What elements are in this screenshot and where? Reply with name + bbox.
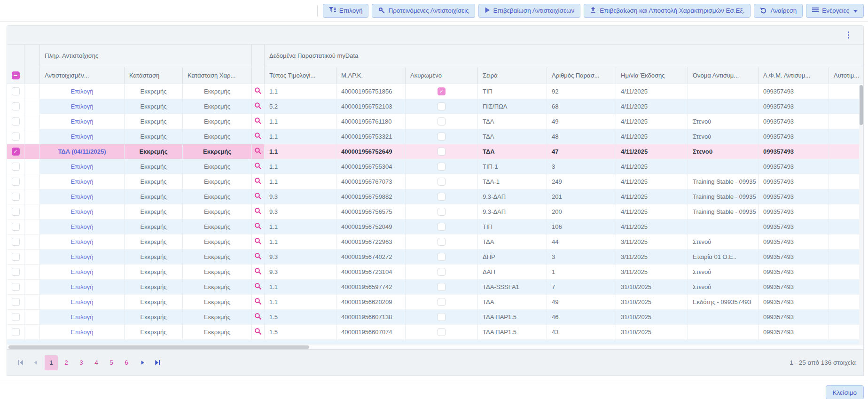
row-select-cell[interactable] bbox=[7, 144, 24, 159]
preview-cell[interactable] bbox=[252, 265, 265, 280]
preview-cell[interactable] bbox=[252, 129, 265, 144]
row-select-cell[interactable] bbox=[7, 280, 24, 295]
preview-cell[interactable] bbox=[252, 204, 265, 219]
row-checkbox[interactable] bbox=[12, 238, 20, 246]
row-checkbox[interactable] bbox=[12, 117, 20, 125]
table-row[interactable]: Επιλογή Εκκρεμής Εκκρεμής 1.1 4000019567… bbox=[7, 219, 864, 235]
row-checkbox[interactable] bbox=[12, 148, 20, 156]
row-checkbox[interactable] bbox=[12, 313, 20, 321]
column-header-char-status[interactable]: Κατάσταση Χαρ... bbox=[183, 67, 252, 84]
column-header-mark[interactable]: Μ.ΑΡ.Κ. bbox=[336, 67, 406, 84]
horizontal-scrollbar[interactable] bbox=[7, 344, 863, 349]
preview-cell[interactable] bbox=[252, 84, 265, 99]
row-checkbox[interactable] bbox=[12, 253, 20, 261]
row-select-cell[interactable] bbox=[7, 204, 24, 219]
matched-cell[interactable]: Επιλογή bbox=[40, 204, 125, 219]
preview-cell[interactable] bbox=[252, 250, 265, 265]
page-button[interactable]: 1 bbox=[45, 355, 58, 370]
selection-button[interactable]: Επιλογή bbox=[323, 4, 369, 18]
table-row[interactable]: Επιλογή Εκκρεμής Εκκρεμής 1.1 4000019565… bbox=[7, 280, 864, 295]
row-checkbox[interactable] bbox=[12, 163, 20, 171]
row-checkbox[interactable] bbox=[12, 298, 20, 306]
table-row[interactable]: Επιλογή Εκκρεμής Εκκρεμής 1.1 4000019567… bbox=[7, 235, 864, 250]
matched-cell[interactable]: Επιλογή bbox=[40, 129, 125, 144]
row-checkbox[interactable] bbox=[12, 133, 20, 141]
matched-cell[interactable]: Επιλογή bbox=[40, 295, 125, 310]
matched-cell[interactable]: Επιλογή bbox=[40, 84, 125, 99]
row-checkbox[interactable] bbox=[12, 178, 20, 186]
column-header-series[interactable]: Σειρά bbox=[478, 67, 547, 84]
table-row[interactable]: Επιλογή Εκκρεμής Εκκρεμής 1.1 4000019567… bbox=[7, 84, 864, 99]
matched-cell[interactable]: ΤΔΑ (04/11/2025) bbox=[40, 144, 125, 159]
undo-button[interactable]: Αναίρεση bbox=[754, 4, 803, 18]
row-select-cell[interactable] bbox=[7, 325, 24, 340]
preview-cell[interactable] bbox=[252, 144, 265, 159]
row-select-cell[interactable] bbox=[7, 219, 24, 235]
preview-cell[interactable] bbox=[252, 219, 265, 235]
preview-cell[interactable] bbox=[252, 280, 265, 295]
row-select-cell[interactable] bbox=[7, 250, 24, 265]
page-button[interactable]: 5 bbox=[105, 355, 118, 370]
preview-cell[interactable] bbox=[252, 235, 265, 250]
row-select-cell[interactable] bbox=[7, 174, 24, 189]
row-select-cell[interactable] bbox=[7, 159, 24, 174]
matched-cell[interactable]: Επιλογή bbox=[40, 310, 125, 325]
table-row[interactable]: Επιλογή Εκκρεμής Εκκρεμής 1.1 4000019567… bbox=[7, 129, 864, 144]
kebab-menu-icon[interactable] bbox=[846, 30, 852, 41]
preview-cell[interactable] bbox=[252, 325, 265, 340]
vertical-scrollbar-thumb[interactable] bbox=[860, 85, 863, 125]
row-checkbox[interactable] bbox=[12, 87, 20, 95]
last-page-button[interactable] bbox=[151, 357, 163, 369]
preview-cell[interactable] bbox=[252, 310, 265, 325]
table-row[interactable]: Επιλογή Εκκρεμής Εκκρεμής 9.3 4000019567… bbox=[7, 189, 864, 204]
preview-cell[interactable] bbox=[252, 114, 265, 129]
row-select-cell[interactable] bbox=[7, 295, 24, 310]
select-all-checkbox[interactable] bbox=[12, 71, 20, 79]
first-page-button[interactable] bbox=[15, 357, 27, 369]
matched-cell[interactable]: Επιλογή bbox=[40, 219, 125, 235]
row-select-cell[interactable] bbox=[7, 114, 24, 129]
table-row[interactable]: Επιλογή Εκκρεμής Εκκρεμής 9.3 4000019567… bbox=[7, 265, 864, 280]
matched-cell[interactable]: Επιλογή bbox=[40, 235, 125, 250]
confirm-matches-button[interactable]: Επιβεβαίωση Αντιστοιχίσεων bbox=[478, 4, 581, 18]
row-checkbox[interactable] bbox=[12, 268, 20, 276]
matched-cell[interactable]: Επιλογή bbox=[40, 99, 125, 114]
row-select-cell[interactable] bbox=[7, 235, 24, 250]
matched-cell[interactable]: Επιλογή bbox=[40, 325, 125, 340]
page-button[interactable]: 6 bbox=[120, 355, 133, 370]
matched-cell[interactable]: Επιλογή bbox=[40, 280, 125, 295]
column-header-auto[interactable]: Αυτοτιμ... bbox=[829, 67, 864, 84]
row-select-cell[interactable] bbox=[7, 189, 24, 204]
preview-cell[interactable] bbox=[252, 99, 265, 114]
row-checkbox[interactable] bbox=[12, 283, 20, 291]
table-row[interactable]: Επιλογή Εκκρεμής Εκκρεμής 1.1 4000019567… bbox=[7, 174, 864, 189]
page-button[interactable]: 2 bbox=[60, 355, 73, 370]
column-header-cancelled[interactable]: Ακυρωμένο bbox=[406, 67, 478, 84]
row-checkbox[interactable] bbox=[12, 102, 20, 110]
table-row[interactable]: Επιλογή Εκκρεμής Εκκρεμής 1.1 4000019567… bbox=[7, 159, 864, 174]
close-button[interactable]: Κλείσιμο bbox=[826, 385, 864, 399]
page-button[interactable]: 4 bbox=[90, 355, 103, 370]
matched-cell[interactable]: Επιλογή bbox=[40, 265, 125, 280]
matched-cell[interactable]: Επιλογή bbox=[40, 189, 125, 204]
table-row[interactable]: ΤΔΑ (04/11/2025) Εκκρεμής Εκκρεμής 1.1 4… bbox=[7, 144, 864, 159]
matched-cell[interactable]: Επιλογή bbox=[40, 174, 125, 189]
preview-cell[interactable] bbox=[252, 159, 265, 174]
column-header-status[interactable]: Κατάσταση bbox=[125, 67, 183, 84]
select-all-header-cell[interactable] bbox=[7, 45, 24, 84]
row-checkbox[interactable] bbox=[12, 328, 20, 336]
table-row[interactable]: Επιλογή Εκκρεμής Εκκρεμής 1.1 4000019567… bbox=[7, 114, 864, 129]
previous-page-button[interactable] bbox=[29, 357, 41, 369]
horizontal-scrollbar-thumb[interactable] bbox=[8, 345, 309, 349]
row-checkbox[interactable] bbox=[12, 208, 20, 216]
preview-cell[interactable] bbox=[252, 174, 265, 189]
column-header-counterparty-name[interactable]: Όνομα Αντισυμ... bbox=[688, 67, 759, 84]
column-header-invoice-type[interactable]: Τύπος Τιμολογί... bbox=[265, 67, 336, 84]
suggested-matches-button[interactable]: Προτεινόμενες Αντιστοιχίσεις bbox=[372, 4, 475, 18]
column-header-number[interactable]: Αριθμός Παρασ... bbox=[547, 67, 616, 84]
table-row[interactable]: Επιλογή Εκκρεμής Εκκρεμής 1.1 4000019566… bbox=[7, 295, 864, 310]
table-row[interactable]: Επιλογή Εκκρεμής Εκκρεμής 1.5 4000019566… bbox=[7, 325, 864, 340]
next-page-button[interactable] bbox=[136, 357, 149, 369]
row-select-cell[interactable] bbox=[7, 129, 24, 144]
vertical-scrollbar[interactable] bbox=[859, 85, 863, 344]
